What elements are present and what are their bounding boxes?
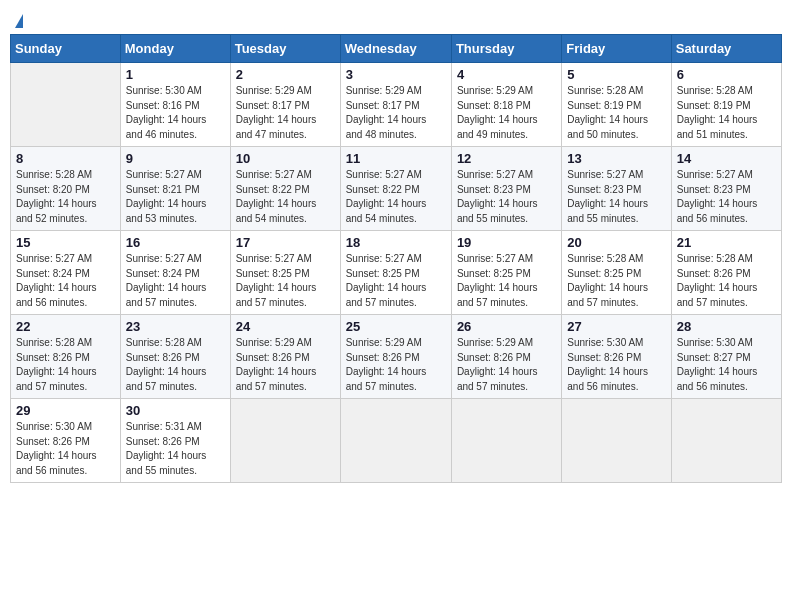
day-info: Sunrise: 5:29 AM Sunset: 8:18 PM Dayligh… [457, 84, 556, 142]
day-info: Sunrise: 5:28 AM Sunset: 8:26 PM Dayligh… [16, 336, 115, 394]
day-info: Sunrise: 5:27 AM Sunset: 8:22 PM Dayligh… [346, 168, 446, 226]
calendar-cell [11, 63, 121, 147]
day-info: Sunrise: 5:29 AM Sunset: 8:26 PM Dayligh… [457, 336, 556, 394]
day-info: Sunrise: 5:30 AM Sunset: 8:26 PM Dayligh… [16, 420, 115, 478]
header [10, 10, 782, 28]
col-header-thursday: Thursday [451, 35, 561, 63]
day-number: 6 [677, 67, 776, 82]
day-number: 26 [457, 319, 556, 334]
calendar-cell: 10Sunrise: 5:27 AM Sunset: 8:22 PM Dayli… [230, 147, 340, 231]
day-number: 25 [346, 319, 446, 334]
calendar-cell: 17Sunrise: 5:27 AM Sunset: 8:25 PM Dayli… [230, 231, 340, 315]
calendar-cell: 24Sunrise: 5:29 AM Sunset: 8:26 PM Dayli… [230, 315, 340, 399]
day-info: Sunrise: 5:28 AM Sunset: 8:26 PM Dayligh… [677, 252, 776, 310]
day-info: Sunrise: 5:27 AM Sunset: 8:21 PM Dayligh… [126, 168, 225, 226]
calendar-cell: 20Sunrise: 5:28 AM Sunset: 8:25 PM Dayli… [562, 231, 671, 315]
day-number: 10 [236, 151, 335, 166]
day-number: 11 [346, 151, 446, 166]
day-number: 21 [677, 235, 776, 250]
day-number: 1 [126, 67, 225, 82]
col-header-tuesday: Tuesday [230, 35, 340, 63]
calendar-header-row: SundayMondayTuesdayWednesdayThursdayFrid… [11, 35, 782, 63]
day-number: 16 [126, 235, 225, 250]
calendar-cell: 19Sunrise: 5:27 AM Sunset: 8:25 PM Dayli… [451, 231, 561, 315]
calendar-cell: 4Sunrise: 5:29 AM Sunset: 8:18 PM Daylig… [451, 63, 561, 147]
day-info: Sunrise: 5:27 AM Sunset: 8:24 PM Dayligh… [126, 252, 225, 310]
calendar-cell [671, 399, 781, 483]
day-info: Sunrise: 5:27 AM Sunset: 8:23 PM Dayligh… [457, 168, 556, 226]
calendar-cell [451, 399, 561, 483]
day-info: Sunrise: 5:27 AM Sunset: 8:24 PM Dayligh… [16, 252, 115, 310]
day-number: 4 [457, 67, 556, 82]
col-header-friday: Friday [562, 35, 671, 63]
calendar-cell: 16Sunrise: 5:27 AM Sunset: 8:24 PM Dayli… [120, 231, 230, 315]
calendar-cell: 25Sunrise: 5:29 AM Sunset: 8:26 PM Dayli… [340, 315, 451, 399]
calendar-week-row: 22Sunrise: 5:28 AM Sunset: 8:26 PM Dayli… [11, 315, 782, 399]
calendar-cell: 22Sunrise: 5:28 AM Sunset: 8:26 PM Dayli… [11, 315, 121, 399]
day-number: 27 [567, 319, 665, 334]
calendar-cell [562, 399, 671, 483]
calendar-cell: 29Sunrise: 5:30 AM Sunset: 8:26 PM Dayli… [11, 399, 121, 483]
day-info: Sunrise: 5:29 AM Sunset: 8:17 PM Dayligh… [346, 84, 446, 142]
day-number: 17 [236, 235, 335, 250]
calendar-cell: 18Sunrise: 5:27 AM Sunset: 8:25 PM Dayli… [340, 231, 451, 315]
day-info: Sunrise: 5:28 AM Sunset: 8:26 PM Dayligh… [126, 336, 225, 394]
day-number: 28 [677, 319, 776, 334]
calendar-cell: 26Sunrise: 5:29 AM Sunset: 8:26 PM Dayli… [451, 315, 561, 399]
day-number: 14 [677, 151, 776, 166]
calendar-body: 1Sunrise: 5:30 AM Sunset: 8:16 PM Daylig… [11, 63, 782, 483]
day-number: 23 [126, 319, 225, 334]
col-header-saturday: Saturday [671, 35, 781, 63]
calendar-cell: 28Sunrise: 5:30 AM Sunset: 8:27 PM Dayli… [671, 315, 781, 399]
day-number: 29 [16, 403, 115, 418]
calendar-week-row: 1Sunrise: 5:30 AM Sunset: 8:16 PM Daylig… [11, 63, 782, 147]
calendar-cell: 13Sunrise: 5:27 AM Sunset: 8:23 PM Dayli… [562, 147, 671, 231]
day-number: 15 [16, 235, 115, 250]
day-info: Sunrise: 5:31 AM Sunset: 8:26 PM Dayligh… [126, 420, 225, 478]
calendar-cell: 27Sunrise: 5:30 AM Sunset: 8:26 PM Dayli… [562, 315, 671, 399]
day-number: 12 [457, 151, 556, 166]
calendar-cell: 30Sunrise: 5:31 AM Sunset: 8:26 PM Dayli… [120, 399, 230, 483]
day-number: 22 [16, 319, 115, 334]
calendar-cell: 8Sunrise: 5:28 AM Sunset: 8:20 PM Daylig… [11, 147, 121, 231]
day-info: Sunrise: 5:28 AM Sunset: 8:20 PM Dayligh… [16, 168, 115, 226]
day-number: 24 [236, 319, 335, 334]
col-header-sunday: Sunday [11, 35, 121, 63]
day-info: Sunrise: 5:27 AM Sunset: 8:23 PM Dayligh… [567, 168, 665, 226]
calendar-cell: 6Sunrise: 5:28 AM Sunset: 8:19 PM Daylig… [671, 63, 781, 147]
day-number: 20 [567, 235, 665, 250]
day-number: 18 [346, 235, 446, 250]
day-info: Sunrise: 5:29 AM Sunset: 8:26 PM Dayligh… [346, 336, 446, 394]
day-info: Sunrise: 5:27 AM Sunset: 8:25 PM Dayligh… [236, 252, 335, 310]
day-number: 30 [126, 403, 225, 418]
calendar-cell [340, 399, 451, 483]
calendar-cell: 23Sunrise: 5:28 AM Sunset: 8:26 PM Dayli… [120, 315, 230, 399]
day-number: 8 [16, 151, 115, 166]
calendar-week-row: 29Sunrise: 5:30 AM Sunset: 8:26 PM Dayli… [11, 399, 782, 483]
day-info: Sunrise: 5:29 AM Sunset: 8:17 PM Dayligh… [236, 84, 335, 142]
calendar-week-row: 15Sunrise: 5:27 AM Sunset: 8:24 PM Dayli… [11, 231, 782, 315]
logo-triangle-icon [15, 14, 23, 28]
day-info: Sunrise: 5:27 AM Sunset: 8:23 PM Dayligh… [677, 168, 776, 226]
day-info: Sunrise: 5:28 AM Sunset: 8:25 PM Dayligh… [567, 252, 665, 310]
day-info: Sunrise: 5:30 AM Sunset: 8:26 PM Dayligh… [567, 336, 665, 394]
calendar-cell: 1Sunrise: 5:30 AM Sunset: 8:16 PM Daylig… [120, 63, 230, 147]
day-number: 5 [567, 67, 665, 82]
day-info: Sunrise: 5:30 AM Sunset: 8:27 PM Dayligh… [677, 336, 776, 394]
day-info: Sunrise: 5:28 AM Sunset: 8:19 PM Dayligh… [567, 84, 665, 142]
day-number: 19 [457, 235, 556, 250]
day-number: 13 [567, 151, 665, 166]
calendar-cell: 12Sunrise: 5:27 AM Sunset: 8:23 PM Dayli… [451, 147, 561, 231]
calendar-cell: 21Sunrise: 5:28 AM Sunset: 8:26 PM Dayli… [671, 231, 781, 315]
calendar-cell: 9Sunrise: 5:27 AM Sunset: 8:21 PM Daylig… [120, 147, 230, 231]
day-number: 2 [236, 67, 335, 82]
calendar-week-row: 8Sunrise: 5:28 AM Sunset: 8:20 PM Daylig… [11, 147, 782, 231]
day-info: Sunrise: 5:27 AM Sunset: 8:25 PM Dayligh… [457, 252, 556, 310]
calendar-cell: 5Sunrise: 5:28 AM Sunset: 8:19 PM Daylig… [562, 63, 671, 147]
day-info: Sunrise: 5:28 AM Sunset: 8:19 PM Dayligh… [677, 84, 776, 142]
calendar-cell: 14Sunrise: 5:27 AM Sunset: 8:23 PM Dayli… [671, 147, 781, 231]
day-info: Sunrise: 5:30 AM Sunset: 8:16 PM Dayligh… [126, 84, 225, 142]
calendar-cell: 3Sunrise: 5:29 AM Sunset: 8:17 PM Daylig… [340, 63, 451, 147]
calendar-cell: 2Sunrise: 5:29 AM Sunset: 8:17 PM Daylig… [230, 63, 340, 147]
calendar-cell: 15Sunrise: 5:27 AM Sunset: 8:24 PM Dayli… [11, 231, 121, 315]
